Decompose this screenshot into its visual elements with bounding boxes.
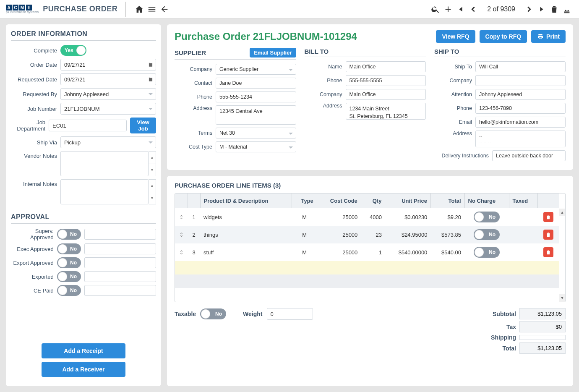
add-receipt-button[interactable]: Add a Receipt (42, 343, 125, 358)
job-dept-input[interactable] (49, 120, 127, 131)
approval-input[interactable] (84, 257, 156, 268)
column-header: Unit Price (385, 193, 430, 208)
supplier-address-input[interactable]: 12345 Central Ave (216, 105, 296, 125)
requested-by-input[interactable] (60, 88, 156, 100)
last-page-icon[interactable] (535, 3, 548, 16)
menu-icon[interactable] (146, 3, 158, 16)
table-row[interactable]: ⇕ 1 widgets M 25000 4000 $0.00230 $9.20 … (175, 208, 559, 226)
supplier-contact-input[interactable] (216, 78, 296, 89)
approval-toggle[interactable]: No (57, 229, 81, 240)
requested-date-input[interactable] (60, 73, 145, 85)
delete-row-icon[interactable] (543, 212, 553, 222)
row-desc[interactable]: things (200, 226, 292, 243)
approval-toggle[interactable]: No (57, 257, 81, 268)
search-icon[interactable] (429, 3, 442, 16)
billto-phone-input[interactable] (346, 75, 426, 86)
first-page-icon[interactable] (454, 3, 467, 16)
row-type: M (292, 243, 317, 261)
export-icon[interactable] (561, 3, 573, 16)
add-receiver-button[interactable]: Add a Receiver (42, 362, 125, 377)
nocharge-toggle[interactable]: No (474, 247, 500, 258)
prev-page-icon[interactable] (467, 3, 480, 16)
ship-via-label: Ship Via (11, 139, 57, 146)
order-date-input[interactable] (60, 59, 145, 71)
complete-toggle[interactable]: Yes (60, 45, 86, 56)
print-button[interactable]: Print (531, 30, 566, 43)
shipto-input[interactable] (475, 61, 566, 72)
shipto-address-input[interactable]: -- -- -- -- (475, 131, 566, 147)
approval-toggle[interactable]: No (57, 285, 81, 296)
scroll-down-icon[interactable]: ▼ (149, 164, 156, 176)
supplier-company-input[interactable] (216, 64, 296, 75)
job-number-input[interactable] (60, 103, 156, 115)
shipping-value[interactable] (519, 335, 566, 340)
shipto-attention-input[interactable] (475, 89, 566, 100)
nocharge-toggle[interactable]: No (474, 212, 500, 222)
drag-handle-icon[interactable]: ⇕ (175, 226, 188, 243)
shipto-phone-input[interactable] (475, 103, 566, 114)
billto-name-input[interactable] (346, 61, 426, 72)
copy-rfq-button[interactable]: Copy to RFQ (480, 30, 527, 43)
requested-by-label: Requested By (11, 91, 57, 97)
internal-notes-input[interactable] (60, 179, 149, 204)
supplier-phone-input[interactable] (216, 91, 296, 102)
delete-row-icon[interactable] (543, 247, 553, 257)
row-qty[interactable]: 4000 (361, 208, 385, 226)
delivery-instructions-input[interactable] (492, 150, 566, 161)
approval-input[interactable] (84, 285, 156, 296)
internal-notes-label: Internal Notes (11, 179, 57, 187)
back-icon[interactable] (158, 3, 171, 16)
drag-handle-icon[interactable]: ⇕ (175, 208, 188, 226)
row-price[interactable]: $540.00000 (385, 243, 430, 261)
row-price[interactable]: $24.95000 (385, 226, 430, 243)
billto-company-input[interactable] (346, 89, 426, 100)
row-qty[interactable]: 23 (361, 226, 385, 243)
logo-letter: E (26, 5, 32, 10)
shipto-attention-label: Attention (434, 91, 472, 97)
next-page-icon[interactable] (523, 3, 535, 16)
supplier-terms-input[interactable] (216, 128, 296, 139)
supplier-address-label: Address (175, 105, 212, 111)
email-supplier-button[interactable]: Email Supplier (250, 48, 296, 57)
row-price[interactable]: $0.00230 (385, 208, 430, 226)
scroll-up-icon[interactable]: ▲ (559, 209, 565, 216)
nocharge-toggle[interactable]: No (474, 229, 500, 240)
approval-input[interactable] (84, 243, 156, 254)
supplier-title: SUPPLIER (175, 49, 250, 56)
row-total: $540.00 (430, 243, 464, 261)
approval-input[interactable] (84, 271, 156, 282)
row-desc[interactable]: stuff (200, 243, 292, 261)
view-rfq-button[interactable]: View RFQ (436, 30, 475, 43)
scroll-down-icon[interactable]: ▼ (149, 192, 156, 204)
approval-label: Exec Approved (11, 246, 54, 252)
taxable-toggle[interactable]: No (200, 308, 226, 319)
approval-input[interactable] (84, 229, 156, 240)
row-qty[interactable]: 1 (361, 243, 385, 261)
ship-via-input[interactable] (60, 136, 156, 148)
calendar-icon[interactable] (145, 73, 156, 85)
delete-row-icon[interactable] (543, 230, 553, 240)
table-row[interactable]: ⇕ 2 things M 25000 23 $24.95000 $573.85 … (175, 226, 559, 243)
scroll-up-icon[interactable]: ▲ (149, 180, 156, 192)
order-date-label: Order Date (11, 62, 57, 68)
scroll-up-icon[interactable]: ▲ (149, 152, 156, 164)
vendor-notes-label: Vendor Notes (11, 151, 57, 159)
supplier-costtype-input[interactable] (216, 141, 296, 152)
table-row[interactable]: ⇕ 3 stuff M 25000 1 $540.00000 $540.00 N… (175, 243, 559, 261)
shipto-email-input[interactable] (475, 117, 566, 128)
billto-address-input[interactable]: 1234 Main Street St. Petersburg, FL 1234… (346, 103, 426, 120)
shipto-company-input[interactable] (475, 75, 566, 86)
row-desc[interactable]: widgets (200, 208, 292, 226)
scroll-down-icon[interactable]: ▼ (559, 294, 565, 302)
view-job-button[interactable]: View Job (130, 118, 156, 133)
approval-toggle[interactable]: No (57, 243, 81, 254)
approval-toggle[interactable]: No (57, 271, 81, 282)
add-icon[interactable] (442, 3, 454, 16)
weight-input[interactable] (267, 308, 313, 320)
approval-label: CE Paid (11, 287, 54, 294)
delete-icon[interactable] (548, 3, 561, 16)
vendor-notes-input[interactable] (60, 151, 149, 176)
drag-handle-icon[interactable]: ⇕ (175, 243, 188, 261)
calendar-icon[interactable] (145, 59, 156, 71)
home-icon[interactable] (133, 3, 146, 16)
